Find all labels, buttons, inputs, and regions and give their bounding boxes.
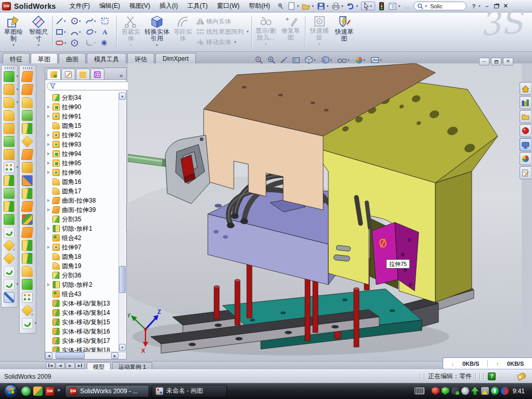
expand-arrow-icon[interactable] xyxy=(47,227,51,230)
upload-tray-icon[interactable] xyxy=(471,387,479,395)
new-caret-icon[interactable]: ▾ xyxy=(297,4,299,8)
toolbar-icon[interactable] xyxy=(4,162,15,173)
options-caret-icon[interactable]: ▾ xyxy=(398,4,401,8)
ribbon-tab[interactable]: 评估 xyxy=(127,53,154,63)
open-caret-icon[interactable]: ▾ xyxy=(312,4,314,8)
toolbar-icon[interactable] xyxy=(3,252,15,264)
toolbar-icon[interactable] xyxy=(22,318,33,329)
repair-sketch-button[interactable]: 修复草图 xyxy=(278,14,303,50)
ribbon-tab[interactable]: 特征 xyxy=(3,53,30,63)
tree-item[interactable]: 拉伸92 xyxy=(47,130,118,140)
toolbar-overflow-icon[interactable]: … xyxy=(402,2,411,10)
toolbar-icon[interactable] xyxy=(3,240,15,251)
line-tool[interactable]: ▾ xyxy=(55,16,70,26)
toolbar-icon[interactable] xyxy=(21,136,33,148)
search-caret-icon[interactable]: ▾ xyxy=(425,4,427,8)
tree-item[interactable]: 实体-移动/复制13 xyxy=(47,299,118,308)
close-button[interactable]: ✕ xyxy=(501,2,510,10)
toolbar-icon[interactable] xyxy=(4,123,15,134)
magic-wand-icon[interactable] xyxy=(280,56,288,64)
home-button[interactable] xyxy=(520,82,531,95)
toolbar-icon[interactable] xyxy=(21,71,34,82)
toolbar-icon[interactable] xyxy=(22,123,33,134)
select-caret-icon[interactable]: ▾ xyxy=(370,4,372,8)
expand-arrow-icon[interactable] xyxy=(47,134,51,137)
hide-show-items-icon[interactable]: ▾ xyxy=(337,57,351,64)
custom-properties-button[interactable] xyxy=(520,166,531,179)
toolbar-icon[interactable] xyxy=(4,214,15,225)
prev-tab-button[interactable]: ◀ xyxy=(56,362,65,369)
section-view-icon[interactable] xyxy=(292,56,301,64)
tab-feature-manager[interactable] xyxy=(47,69,61,79)
tree-horizontal-scrollbar[interactable]: ◀ ▶ xyxy=(45,352,126,359)
toolbar-icon[interactable] xyxy=(21,201,34,212)
menu-item[interactable]: 视图(V) xyxy=(125,0,155,12)
toolbar-icon[interactable] xyxy=(22,240,33,251)
model-tab[interactable]: 模型 xyxy=(87,362,111,369)
hscroll-thumb[interactable] xyxy=(56,352,85,359)
network-warning-icon[interactable] xyxy=(481,387,489,395)
tree-item[interactable]: 曲面-拉伸39 xyxy=(47,205,118,215)
tree-item[interactable]: 分割36 xyxy=(47,271,118,280)
menu-item[interactable]: 编辑(E) xyxy=(95,0,125,12)
toolbar-icon[interactable] xyxy=(21,227,34,238)
expand-arrow-icon[interactable] xyxy=(47,162,51,165)
tree-item[interactable]: 组合43 xyxy=(47,289,118,299)
design-library-button[interactable] xyxy=(520,96,531,109)
first-tab-button[interactable]: ◀ xyxy=(46,362,55,369)
smart-dimension-button[interactable]: 智能尺寸▾ xyxy=(26,14,51,50)
minimize-button[interactable]: – xyxy=(483,2,491,10)
rectangle-tool[interactable]: ▾ xyxy=(55,26,70,37)
arc-tool[interactable]: ▾ xyxy=(70,26,85,37)
expand-arrow-icon[interactable] xyxy=(47,115,51,118)
open-icon[interactable] xyxy=(301,2,311,11)
help-caret-icon[interactable]: ▾ xyxy=(478,4,481,8)
expand-arrow-icon[interactable] xyxy=(47,199,51,202)
tree-item[interactable]: 圆角16 xyxy=(47,177,118,187)
start-button[interactable] xyxy=(3,383,19,399)
toolbar-icon[interactable] xyxy=(22,175,33,186)
doc-close-button[interactable]: ✕ xyxy=(503,58,513,65)
move-entities-button[interactable]: 移动实体▾ xyxy=(196,38,249,47)
expand-arrow-icon[interactable] xyxy=(47,171,51,174)
rebuild-icon[interactable] xyxy=(377,2,387,11)
toolbar-icon[interactable] xyxy=(22,279,33,290)
volume-icon[interactable] xyxy=(461,387,469,395)
toolbar-icon[interactable] xyxy=(21,304,33,316)
tree-item[interactable]: 分割35 xyxy=(47,215,118,224)
toolbar-icon[interactable] xyxy=(4,149,15,160)
toolbar-icon[interactable] xyxy=(4,188,15,199)
expand-arrow-icon[interactable] xyxy=(47,246,51,249)
viewport-canvas[interactable]: Y Z X xyxy=(128,63,522,361)
select-tool-button[interactable]: ▾ xyxy=(361,2,375,10)
appearances-button[interactable] xyxy=(520,152,531,165)
tab-property-manager[interactable] xyxy=(61,69,75,79)
panel-overflow-chevron[interactable]: » xyxy=(117,72,125,79)
tree-item[interactable]: 拉伸94 xyxy=(47,149,118,158)
tree-item[interactable]: 实体-移动/复制17 xyxy=(47,336,118,345)
toolbar-icon[interactable] xyxy=(4,71,15,82)
tree-item[interactable]: 拉伸96 xyxy=(47,168,118,177)
slot-tool[interactable]: ▾ xyxy=(55,37,70,48)
sketch-button[interactable]: 草图绘制▾ xyxy=(1,14,26,50)
defender-icon[interactable] xyxy=(491,387,499,395)
sketch-pattern-tool[interactable] xyxy=(100,16,115,26)
tree-item[interactable]: 圆角15 xyxy=(47,121,118,130)
quick-launch-app-icon[interactable] xyxy=(33,387,43,396)
help-button[interactable]: ? xyxy=(469,2,478,10)
search-box[interactable]: ▾ xyxy=(414,2,467,10)
toolbar-icon[interactable] xyxy=(4,136,15,147)
toolbar-icon[interactable] xyxy=(22,162,33,173)
security-shield-icon[interactable] xyxy=(442,387,449,395)
tree-item[interactable]: 曲面-拉伸38 xyxy=(47,196,118,205)
tree-item[interactable]: 拉伸95 xyxy=(47,158,118,168)
save-icon[interactable] xyxy=(316,2,326,11)
tree-item[interactable]: 切除-放样2 xyxy=(47,280,118,289)
tree-filter-box[interactable] xyxy=(47,82,135,90)
expand-arrow-icon[interactable] xyxy=(47,283,51,286)
point-tool[interactable] xyxy=(100,37,115,48)
toolbar-icon[interactable] xyxy=(4,201,15,212)
windows-update-icon[interactable] xyxy=(501,387,509,395)
tree-item[interactable]: 组合42 xyxy=(47,233,118,243)
taskbar-window-paint[interactable]: 未命名 - 画图 xyxy=(152,385,227,397)
